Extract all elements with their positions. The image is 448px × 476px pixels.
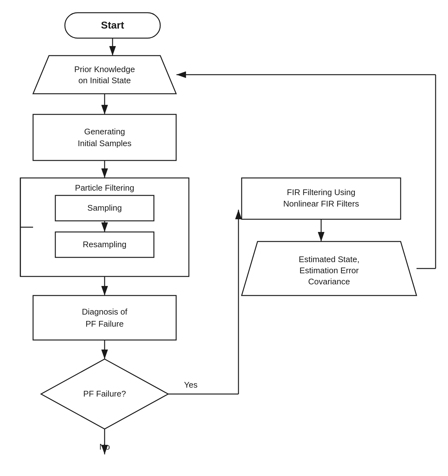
prior-knowledge-label-line2: on Initial State bbox=[79, 76, 131, 85]
pf-failure-label: PF Failure? bbox=[83, 389, 126, 398]
no-label: No bbox=[99, 442, 110, 452]
sampling-label: Sampling bbox=[87, 203, 122, 213]
fir-filtering-label-line2: Nonlinear FIR Filters bbox=[283, 199, 359, 208]
particle-filtering-label: Particle Filtering bbox=[75, 183, 134, 193]
estimated-state-label-line1: Estimated State, bbox=[299, 255, 360, 264]
svg-rect-6 bbox=[33, 114, 176, 160]
start-label: Start bbox=[101, 19, 124, 31]
diagnosis-label-line1: Diagnosis of bbox=[82, 307, 128, 316]
prior-knowledge-label-line1: Prior Knowledge bbox=[74, 65, 135, 74]
svg-marker-4 bbox=[33, 56, 176, 94]
svg-rect-19 bbox=[242, 178, 401, 219]
estimated-state-label-line3: Covariance bbox=[308, 277, 350, 286]
svg-rect-13 bbox=[33, 296, 176, 340]
diagram-container: Start Prior Knowledge on Initial State G… bbox=[0, 0, 448, 476]
generating-samples-label-line2: Initial Samples bbox=[78, 139, 131, 148]
generating-samples-label-line1: Generating bbox=[84, 127, 125, 136]
fir-filtering-label-line1: FIR Filtering Using bbox=[287, 187, 355, 197]
estimated-state-label-line2: Estimation Error bbox=[300, 266, 359, 275]
diagnosis-label-line2: PF Failure bbox=[86, 319, 124, 329]
resampling-label: Resampling bbox=[83, 240, 126, 249]
yes-label: Yes bbox=[184, 380, 197, 390]
